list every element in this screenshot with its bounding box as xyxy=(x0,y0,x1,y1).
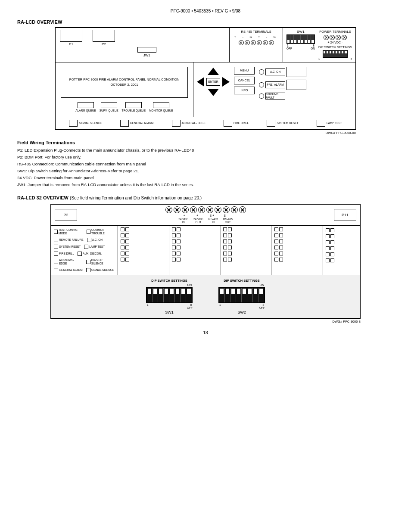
common-trouble-btn[interactable]: COMMON TROUBLE xyxy=(87,228,115,235)
ac-on-status: A.C. ON xyxy=(259,67,306,77)
lcd-action-row: SIGNAL SILENCE GENERAL ALARM ACKNOWL- ED… xyxy=(56,117,355,129)
system-reset-btn[interactable]: SYSTEM RESET xyxy=(267,120,298,127)
vdc-label: + 24 VDC - xyxy=(328,41,343,44)
raled32-row6: GENERAL ALARM SIGNAL SILENCE xyxy=(54,268,115,272)
p2-connector: P2 xyxy=(93,30,115,46)
power-screws xyxy=(324,35,347,40)
raled32-center-terminals: + -+ -S +S - 24 VDCIN 24 VDCOUT RS-485IN… xyxy=(81,206,330,224)
fire-drill-led-btn[interactable]: FIRE DRILL xyxy=(54,252,74,256)
nav-right-button[interactable] xyxy=(222,77,230,87)
ra-lcd-section: RA-LCD OVERVIEW P1 P2 JW1 xyxy=(17,19,394,135)
raled32-p11-label: P11 xyxy=(334,209,356,221)
field-wiring-line-3: SW1: Dip Switch Setting for Annunciator … xyxy=(17,168,394,174)
general-alarm-led-btn[interactable]: GENERAL ALARM xyxy=(54,268,83,272)
led-section-1 xyxy=(118,226,169,274)
raled32-left-col: TEST/CONFIG MODE COMMON TROUBLE REMOTE F… xyxy=(51,226,118,274)
ra-led32-title: RA-LED 32 OVERVIEW xyxy=(17,195,68,200)
sw2-label-raled: SW2 xyxy=(237,310,246,314)
ac-on-label: A.C. ON xyxy=(265,68,285,75)
power-terminals: POWER TERMINALS + 24 VDC - DIP SWITCH SE… xyxy=(318,30,352,60)
dip-settings-label: DIP SWITCH SETTINGS xyxy=(318,45,352,49)
nav-panel: ENTER xyxy=(197,68,230,96)
signal-silence-btn[interactable]: SIGNAL SILENCE xyxy=(69,120,102,127)
lcd-screen: POTTER PFC-9000 FIRE ALARM CONTROL PANEL… xyxy=(61,67,188,98)
ground-fault-label: GROUND FAULT xyxy=(265,93,285,100)
ac-on-btn[interactable]: A.C. ON xyxy=(87,238,103,242)
lcd-top-left: P1 P2 JW1 xyxy=(56,28,229,62)
ac-on-led xyxy=(259,69,264,75)
sw2-dip-label: DIP SWITCH SETTINGS xyxy=(224,279,260,283)
ac-on-rect xyxy=(286,67,306,77)
ctrl-buttons: MENU CANCEL INFO xyxy=(234,67,255,94)
remote-failure-btn[interactable]: REMOTE FAILURE xyxy=(54,238,84,242)
lamp-test-btn[interactable]: LAMP TEST xyxy=(317,120,342,127)
ground-fault-status: GROUND FAULT xyxy=(259,93,306,100)
raled32-dwg-label: DWG# PFC-9000-8 xyxy=(50,320,361,324)
supv-queue-btn[interactable]: SUPV. QUEUE xyxy=(100,102,118,112)
sw1-section: SW1 18 OFFON xyxy=(286,30,315,50)
system-reset-led-btn[interactable]: SYSTEM RESET xyxy=(54,245,81,249)
p2-label: P2 xyxy=(93,42,115,46)
raled32-terminal-signs: + -+ -S +S - xyxy=(184,214,227,217)
sw2-dip-group: DIP SWITCH SETTINGS ON 18 OFF SW2 xyxy=(218,279,265,315)
p1-label: P1 xyxy=(60,42,82,46)
acknowledge-led-btn[interactable]: ACKNOWL- EDGE xyxy=(54,258,83,265)
buzzer-silence-btn[interactable]: BUZZER SILENCE xyxy=(86,258,115,265)
queue-buttons-row: ALARM QUEUE SUPV. QUEUE TROUBLE QUEUE MO… xyxy=(61,102,188,112)
rs485-label: RS-485 TERMINALS xyxy=(241,30,271,34)
sw1-label-raled: SW1 xyxy=(165,310,174,314)
raled32-row5: ACKNOWL- EDGE BUZZER SILENCE xyxy=(54,258,115,265)
raled32-body: TEST/CONFIG MODE COMMON TROUBLE REMOTE F… xyxy=(51,226,360,274)
fire-drill-btn[interactable]: FIRE DRILL xyxy=(224,120,249,127)
rs485-screws xyxy=(239,40,274,45)
menu-button[interactable]: MENU xyxy=(234,67,255,75)
lamp-test-led-btn[interactable]: LAMP TEST xyxy=(84,245,105,249)
cancel-button[interactable]: CANCEL xyxy=(234,77,255,84)
led-section-4 xyxy=(272,226,323,274)
ground-fault-led xyxy=(259,93,264,99)
pre-alarm-status: PRE- ALARM xyxy=(259,80,306,90)
raled32-row1: TEST/CONFIG MODE COMMON TROUBLE xyxy=(54,228,115,235)
power-label: POWER TERMINALS xyxy=(319,30,351,34)
enter-button[interactable]: ENTER xyxy=(206,78,220,86)
field-wiring-line-2: RS-485 Connection: Communication cable c… xyxy=(17,161,394,168)
field-wiring-line-0: P1: LED Expansion Plug-Connects to the m… xyxy=(17,147,394,154)
sw1-dip-label: DIP SWITCH SETTINGS xyxy=(151,279,187,283)
raled32-led-grid xyxy=(118,226,323,274)
field-wiring-section: Field Wiring Terminations P1: LED Expans… xyxy=(17,140,394,189)
lcd-top-row: P1 P2 JW1 RS-485 TERMINALS + - S + - S xyxy=(56,28,355,62)
raled32-terminal-labels: 24 VDCIN 24 VDCOUT RS-485IN RS-485OUT xyxy=(178,218,233,224)
info-button[interactable]: INFO xyxy=(234,87,255,94)
alarm-queue-btn[interactable]: ALARM QUEUE xyxy=(75,102,96,112)
aux-discon-btn[interactable]: AUX. DISCON. xyxy=(78,252,102,256)
led-section-3 xyxy=(221,226,272,274)
sw1-dip-visual xyxy=(146,287,193,303)
monitor-queue-btn[interactable]: MONITOR QUEUE xyxy=(149,102,173,112)
ra-lcd-title: RA-LCD OVERVIEW xyxy=(17,19,394,25)
ra-led32-title-row: RA-LED 32 OVERVIEW (See field wiring Ter… xyxy=(17,195,394,200)
pre-alarm-rect xyxy=(286,80,306,90)
page-header: PFC-9000 • 5403535 • REV G • 9/08 xyxy=(17,9,394,13)
raled32-row4: FIRE DRILL AUX. DISCON. xyxy=(54,252,115,256)
field-wiring-line-4: 24 VDC: Power terminals from main panel xyxy=(17,174,394,181)
field-wiring-line-5: JW1: Jumper that is removed from RA-LCD … xyxy=(17,181,394,188)
led-section-2 xyxy=(169,226,221,274)
rs485-terminals: RS-485 TERMINALS + - S + - S xyxy=(229,28,283,62)
test-config-btn[interactable]: TEST/CONFIG MODE xyxy=(54,228,83,235)
nav-down-button[interactable] xyxy=(208,89,219,96)
jw1-label: JW1 xyxy=(143,53,150,57)
p1-connector: P1 xyxy=(60,30,82,46)
nav-up-button[interactable] xyxy=(208,68,219,75)
field-wiring-title: Field Wiring Terminations xyxy=(17,140,394,145)
raled32-row2: REMOTE FAILURE A.C. ON xyxy=(54,238,115,242)
raled32-dip-area: DIP SWITCH SETTINGS ON 18 OFF SW1 xyxy=(51,275,360,318)
lcd-display-section: POTTER PFC-9000 FIRE ALARM CONTROL PANEL… xyxy=(56,62,193,117)
acknowledge-btn[interactable]: ACKNOWL- EDGE xyxy=(172,120,206,127)
trouble-queue-btn[interactable]: TROUBLE QUEUE xyxy=(122,102,146,112)
nav-left-button[interactable] xyxy=(197,77,204,87)
general-alarm-btn[interactable]: GENERAL ALARM xyxy=(120,120,154,127)
sw1-label: SW1 xyxy=(297,30,304,34)
terminal-signs: + - S + - S xyxy=(234,35,278,39)
page-number: 18 xyxy=(17,330,394,335)
signal-silence-led-btn[interactable]: SIGNAL SILENCE xyxy=(86,268,114,272)
